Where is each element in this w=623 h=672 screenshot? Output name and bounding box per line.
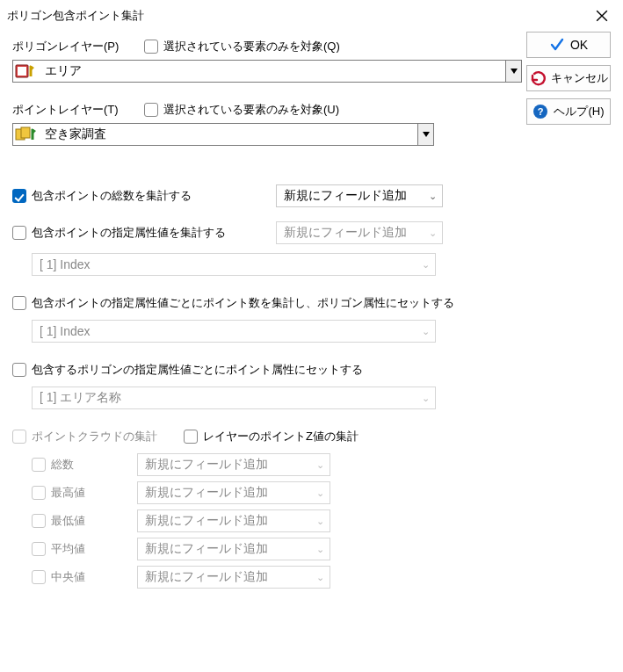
- chevron-down-icon: ⌄: [422, 326, 430, 337]
- poly-attr-to-point-label: 包含するポリゴンの指定属性値ごとにポイント属性にセットする: [32, 362, 363, 378]
- count-total-label: 包含ポイントの総数を集計する: [32, 188, 192, 204]
- chevron-down-icon: ⌄: [429, 191, 437, 202]
- chevron-down-icon: ⌄: [316, 488, 324, 499]
- point-layer-combo[interactable]: 空き家調査: [12, 123, 434, 146]
- window-title: ポリゴン包含ポイント集計: [7, 8, 144, 24]
- pc-min-select: 新規にフィールド追加 ⌄: [137, 509, 330, 532]
- layer-z-checkbox[interactable]: レイヤーのポイントZ値の集計: [184, 429, 359, 444]
- svg-rect-3: [18, 67, 26, 76]
- pc-median-select: 新規にフィールド追加 ⌄: [137, 566, 330, 589]
- point-selected-only-label: 選択されている要素のみを対象(U): [163, 102, 339, 118]
- chevron-down-icon: ⌄: [316, 572, 324, 583]
- checkbox-icon: [12, 226, 26, 240]
- close-button[interactable]: [591, 5, 612, 26]
- help-label: ヘルプ(H): [554, 104, 604, 119]
- cancel-label: キャンセル: [551, 70, 608, 86]
- polygon-selected-only-label: 選択されている要素のみを対象(Q): [163, 39, 340, 54]
- attr-value-field-select: 新規にフィールド追加 ⌄: [276, 221, 443, 244]
- pc-total-label: 総数: [51, 457, 74, 473]
- chevron-down-icon: ⌄: [316, 459, 324, 471]
- checkbox-icon: [12, 430, 26, 444]
- count-by-attr-label: 包含ポイントの指定属性値ごとにポイント数を集計し、ポリゴン属性にセットする: [32, 295, 454, 311]
- chevron-down-icon: ⌄: [316, 516, 324, 527]
- chevron-down-icon: ⌄: [422, 393, 430, 404]
- polygon-layer-combo[interactable]: エリア: [12, 60, 522, 83]
- pc-total-value: 新規にフィールド追加: [145, 457, 268, 473]
- poly-attr-to-point-select: [ 1] エリア名称 ⌄: [32, 387, 436, 409]
- count-by-attr-checkbox[interactable]: 包含ポイントの指定属性値ごとにポイント数を集計し、ポリゴン属性にセットする: [12, 295, 611, 311]
- pc-max-label: 最高値: [51, 485, 85, 501]
- count-by-attr-value: [ 1] Index: [40, 324, 91, 338]
- pc-max-select: 新規にフィールド追加 ⌄: [137, 481, 330, 504]
- title-bar: ポリゴン包含ポイント集計: [0, 0, 623, 32]
- polygon-layer-icon: [13, 61, 41, 82]
- pc-total-select: 新規にフィールド追加 ⌄: [137, 453, 330, 476]
- pc-avg-select: 新規にフィールド追加 ⌄: [137, 538, 330, 560]
- pc-max-value: 新規にフィールド追加: [145, 485, 268, 501]
- layer-z-label: レイヤーのポイントZ値の集計: [203, 429, 359, 444]
- count-by-attr-select: [ 1] Index ⌄: [32, 320, 436, 343]
- checkbox-icon: [32, 542, 46, 556]
- point-layer-value: 空き家調査: [41, 126, 417, 142]
- pc-max-checkbox[interactable]: 最高値: [32, 485, 137, 501]
- help-button[interactable]: ? ヘルプ(H): [526, 98, 611, 125]
- pc-min-checkbox[interactable]: 最低値: [32, 513, 137, 529]
- pc-min-label: 最低値: [51, 513, 85, 529]
- attr-value-attr-select: [ 1] Index ⌄: [32, 253, 436, 276]
- poly-attr-to-point-checkbox[interactable]: 包含するポリゴンの指定属性値ごとにポイント属性にセットする: [12, 362, 611, 378]
- checkbox-icon: [32, 514, 46, 528]
- pointcloud-checkbox[interactable]: ポイントクラウドの集計: [12, 429, 157, 444]
- pc-avg-value: 新規にフィールド追加: [145, 541, 268, 557]
- svg-rect-5: [21, 127, 30, 138]
- point-layer-icon: [13, 124, 41, 145]
- pc-total-checkbox[interactable]: 総数: [32, 457, 137, 473]
- point-layer-dropdown-button[interactable]: [417, 124, 433, 145]
- checkbox-icon: [32, 458, 46, 472]
- checkbox-icon: [184, 430, 198, 444]
- polygon-layer-value: エリア: [41, 63, 505, 79]
- pc-min-value: 新規にフィールド追加: [145, 513, 268, 529]
- point-layer-label: ポイントレイヤー(T): [12, 102, 135, 118]
- pc-median-checkbox[interactable]: 中央値: [32, 569, 137, 585]
- pc-median-value: 新規にフィールド追加: [145, 569, 268, 585]
- checkbox-checked-icon: [12, 189, 26, 203]
- chevron-down-icon: ⌄: [422, 259, 430, 271]
- point-selected-only[interactable]: 選択されている要素のみを対象(U): [144, 102, 339, 118]
- checkbox-icon: [32, 570, 46, 584]
- checkbox-icon: [144, 40, 158, 54]
- ok-button[interactable]: OK: [526, 32, 611, 58]
- attr-value-attr-value: [ 1] Index: [40, 257, 91, 271]
- polygon-layer-label: ポリゴンレイヤー(P): [12, 39, 135, 54]
- count-total-field-select[interactable]: 新規にフィールド追加 ⌄: [276, 184, 443, 207]
- checkbox-icon: [32, 486, 46, 500]
- ok-label: OK: [570, 38, 588, 52]
- attr-value-checkbox[interactable]: 包含ポイントの指定属性値を集計する: [12, 225, 267, 241]
- svg-text:?: ?: [538, 106, 544, 117]
- attr-value-field-value: 新規にフィールド追加: [284, 225, 407, 241]
- undo-icon: [530, 70, 546, 86]
- polygon-layer-dropdown-button[interactable]: [505, 61, 521, 82]
- chevron-down-icon: ⌄: [429, 228, 437, 239]
- attr-value-label: 包含ポイントの指定属性値を集計する: [32, 225, 226, 241]
- chevron-down-icon: ⌄: [316, 544, 324, 555]
- poly-attr-to-point-value: [ 1] エリア名称: [40, 390, 121, 406]
- count-total-checkbox[interactable]: 包含ポイントの総数を集計する: [12, 188, 267, 204]
- pc-avg-label: 平均値: [51, 541, 85, 557]
- pc-median-label: 中央値: [51, 569, 85, 585]
- checkbox-icon: [12, 363, 26, 377]
- check-icon: [549, 37, 565, 53]
- polygon-selected-only[interactable]: 選択されている要素のみを対象(Q): [144, 39, 340, 54]
- help-icon: ?: [532, 104, 548, 119]
- pointcloud-label: ポイントクラウドの集計: [32, 429, 157, 444]
- pc-avg-checkbox[interactable]: 平均値: [32, 541, 137, 557]
- count-total-field-value: 新規にフィールド追加: [284, 188, 407, 204]
- checkbox-icon: [144, 103, 158, 117]
- cancel-button[interactable]: キャンセル: [526, 65, 611, 91]
- checkbox-icon: [12, 296, 26, 310]
